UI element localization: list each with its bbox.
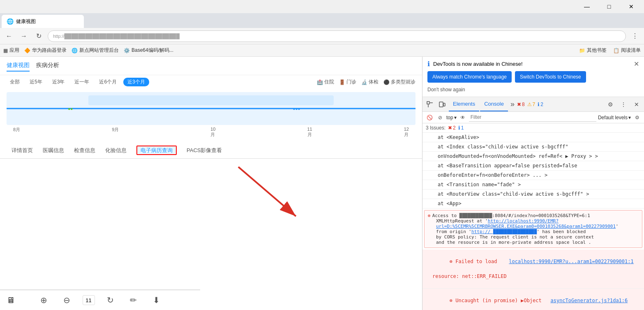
- svg-rect-5: [439, 102, 443, 107]
- bookmark-huawei[interactable]: 🔶 华为路由器登录: [24, 47, 67, 54]
- cors-error-text2: XMLHttpRequest at 'http://localhost:9990…: [428, 218, 639, 229]
- health-tab-view[interactable]: 健康视图: [7, 60, 30, 72]
- banner-top: ℹ DevTools is now available in Chinese! …: [427, 60, 639, 68]
- tab-elements[interactable]: Elements: [449, 97, 479, 111]
- screen-share-icon[interactable]: 🖥: [7, 296, 15, 305]
- switch-chinese-button[interactable]: Switch DevTools to Chinese: [515, 71, 586, 83]
- outpatient-icon: 🚪: [339, 79, 345, 85]
- bookmark-base64[interactable]: ⚙️ Base64编码/解码...: [124, 47, 173, 54]
- console-eye-button[interactable]: 👁: [458, 113, 467, 122]
- console-filter-button[interactable]: ⊘: [436, 113, 445, 122]
- zoom-in-button[interactable]: ⊕: [37, 293, 51, 308]
- async-link[interactable]: asyncToGenerator.js?1da1:6: [550, 298, 628, 303]
- nav-tab-home[interactable]: 详情首页: [7, 145, 38, 156]
- filter-all[interactable]: 全部: [7, 78, 23, 86]
- address-bar[interactable]: http:// ████████████████████████████████…: [48, 30, 626, 42]
- devtools-toolbar: Elements Console » ✖ 8 ⚠ 7 ℹ 2 ⚙ ⋮ ✕: [422, 97, 644, 112]
- filter-5y[interactable]: 近5年: [26, 78, 46, 86]
- console-toolbar: 🚫 ⊘ top ▾ 👁 Default levels ▾ ⚙: [422, 112, 644, 123]
- default-levels-label: Default levels: [598, 115, 628, 120]
- filter-outpatient[interactable]: 🚪 门诊: [339, 79, 356, 86]
- error-icon-1: ⊗: [450, 259, 452, 264]
- other-bookmarks[interactable]: 📁 其他书签: [579, 47, 607, 54]
- error-line-2: ⊗ Uncaught (in promise) ▶Object asyncToG…: [422, 289, 644, 310]
- banner-buttons: Always match Chrome's language Switch De…: [427, 71, 639, 83]
- devtools-badges: ✖ 8 ⚠ 7 ℹ 2: [517, 102, 543, 107]
- extensions-button[interactable]: ⋮: [629, 30, 641, 42]
- inpatient-icon: 🏥: [317, 79, 323, 85]
- nav-tab-pacs[interactable]: PACS影像查看: [182, 145, 227, 156]
- devtools-settings-button[interactable]: ⚙: [605, 99, 616, 110]
- forward-button[interactable]: →: [18, 30, 30, 42]
- reload-button[interactable]: ↻: [33, 30, 44, 42]
- filter-1y[interactable]: 近一年: [71, 78, 92, 86]
- context-selector[interactable]: top ▾: [446, 115, 457, 120]
- console-output: at <KeepAlive> at <Index class="child-vi…: [422, 133, 644, 310]
- console-clear-button[interactable]: 🚫: [425, 113, 434, 122]
- folder-icon: 📁: [579, 48, 585, 53]
- health-tab-disease[interactable]: 疾病分析: [36, 60, 59, 72]
- filter-inpatient[interactable]: 🏥 住院: [317, 79, 334, 86]
- download-button[interactable]: ⬇: [149, 293, 164, 308]
- title-bar-controls: — □ ✕: [577, 0, 641, 13]
- inspect-element-button[interactable]: [424, 99, 436, 110]
- maximize-button[interactable]: □: [600, 0, 619, 13]
- xindian-icon: 🌐: [72, 48, 78, 53]
- default-levels-button[interactable]: Default levels ▾: [598, 115, 631, 120]
- main-content: 健康视图 疾病分析 全部 近5年 近3年 近一年 近6个月 近3个月 🏥 住院 …: [0, 57, 644, 310]
- multi-icon: ⚫: [383, 79, 390, 85]
- health-tabs: 健康视图 疾病分析: [0, 57, 422, 75]
- nav-tab-exams[interactable]: 检查信息: [69, 145, 100, 156]
- svg-rect-2: [427, 102, 429, 104]
- refresh-page-button[interactable]: ↻: [103, 293, 118, 308]
- content-area: [0, 159, 422, 241]
- issues-bar: 3 Issues: ✖ 2 ℹ 1: [422, 123, 644, 133]
- svg-rect-6: [443, 103, 445, 106]
- devtools-more-button[interactable]: ⋮: [618, 99, 629, 110]
- title-bar: — □ ✕: [0, 0, 644, 13]
- browser-tab[interactable]: 🌐 健康视图: [2, 15, 84, 28]
- nav-tab-emr[interactable]: 电子病历查询: [132, 145, 182, 156]
- arrow-indicator: [205, 159, 329, 233]
- default-levels-dropdown-icon: ▾: [628, 115, 631, 120]
- nav-tab-orders[interactable]: 医嘱信息: [38, 145, 69, 156]
- console-line: at <KeepAlive>: [422, 133, 644, 142]
- nav-tab-labs[interactable]: 化验信息: [100, 145, 132, 156]
- console-filter-input[interactable]: [469, 113, 596, 122]
- close-button[interactable]: ✕: [622, 0, 641, 13]
- bookmark-apps[interactable]: ▦ 应用: [3, 47, 19, 54]
- zoom-out-button[interactable]: ⊖: [60, 293, 74, 308]
- back-button[interactable]: ←: [3, 30, 15, 42]
- console-line: onVnodeMounted=fn<onVnodeMounted> ref=Re…: [422, 152, 644, 161]
- filter-6m[interactable]: 近6个月: [96, 78, 120, 86]
- console-line: at <App>: [422, 199, 644, 208]
- bookmark-xindian[interactable]: 🌐 新点网站管理后台: [72, 47, 119, 54]
- filter-multi[interactable]: ⚫ 多类型就诊: [383, 79, 415, 86]
- physical-icon: 🔬: [361, 79, 367, 85]
- always-match-button[interactable]: Always match Chrome's language: [427, 71, 512, 83]
- filter-bar: 全部 近5年 近3年 近一年 近6个月 近3个月 🏥 住院 🚪 门诊 🔬 体检: [0, 75, 422, 89]
- cors-url-link[interactable]: http://localhost:9990/EMR?url=D:%5CEMR%5…: [436, 218, 616, 229]
- more-tabs-button[interactable]: »: [509, 100, 516, 109]
- device-toolbar-button[interactable]: [436, 99, 448, 110]
- console-settings-button[interactable]: ⚙: [632, 113, 642, 122]
- filter-3y[interactable]: 近3年: [49, 78, 68, 86]
- error-badge: ✖ 8: [517, 102, 525, 107]
- banner-close-button[interactable]: ✕: [634, 60, 639, 68]
- huawei-icon: 🔶: [24, 48, 30, 53]
- cors-origin-link[interactable]: http:// ████████████████: [471, 229, 537, 234]
- minimize-button[interactable]: —: [577, 0, 596, 13]
- bookmark-xindian-label: 新点网站管理后台: [79, 47, 119, 54]
- tab-console[interactable]: Console: [480, 97, 508, 111]
- filter-physical[interactable]: 🔬 体检: [361, 79, 379, 86]
- reading-list[interactable]: 📋 阅读清单: [613, 47, 641, 54]
- filter-3m[interactable]: 近3个月: [123, 78, 149, 86]
- outpatient-label: 门诊: [346, 79, 356, 86]
- dont-show-again[interactable]: Don't show again: [427, 86, 639, 93]
- edit-button[interactable]: ✏: [126, 293, 141, 308]
- devtools-close-button[interactable]: ✕: [631, 99, 642, 110]
- physical-label: 体检: [369, 79, 379, 86]
- timeline-area: ●● ●●● 8月 9月 10月 11月 12月: [0, 89, 422, 143]
- error-line-1: ⊗ Failed to load localhost:9990/EMR?u...…: [422, 250, 644, 289]
- failed-load-link-1[interactable]: localhost:9990/EMR?u...aram1=00227909001…: [509, 259, 633, 264]
